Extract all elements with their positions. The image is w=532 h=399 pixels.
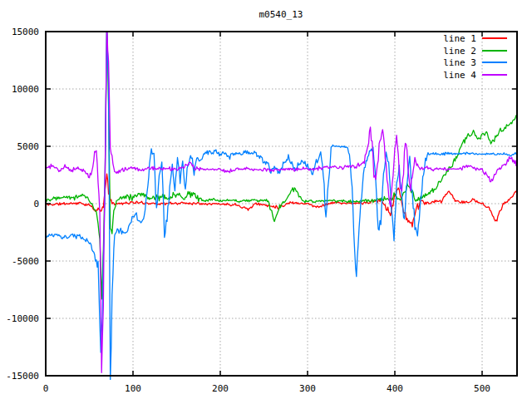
plot-window: m0540_13 15000 10000 5000 0 -5000 -10000… <box>0 0 532 399</box>
chart-title: m0540_13 <box>259 9 303 20</box>
xtick-label: 500 <box>474 383 490 394</box>
legend-label-line-1: line 1 <box>443 33 476 44</box>
legend: line 1 line 2 line 3 line 4 <box>443 33 507 81</box>
chart-canvas: m0540_13 15000 10000 5000 0 -5000 -10000… <box>0 0 532 399</box>
ytick-label: -5000 <box>12 256 39 267</box>
xtick-label: 200 <box>212 383 229 394</box>
xtick-label: 0 <box>43 383 49 394</box>
xtick-label: 300 <box>299 383 316 394</box>
ytick-label: 0 <box>33 199 39 209</box>
ytick-label: 10000 <box>12 84 39 95</box>
ytick-label: 5000 <box>17 141 40 152</box>
ytick-label: -10000 <box>6 313 39 324</box>
legend-label-line-4: line 4 <box>443 70 476 81</box>
xtick-label: 400 <box>387 383 403 394</box>
legend-label-line-2: line 2 <box>443 46 476 57</box>
legend-label-line-3: line 3 <box>443 57 476 68</box>
ytick-label: 15000 <box>12 27 39 37</box>
ytick-label: -15000 <box>6 371 39 382</box>
xtick-label: 100 <box>125 383 141 394</box>
